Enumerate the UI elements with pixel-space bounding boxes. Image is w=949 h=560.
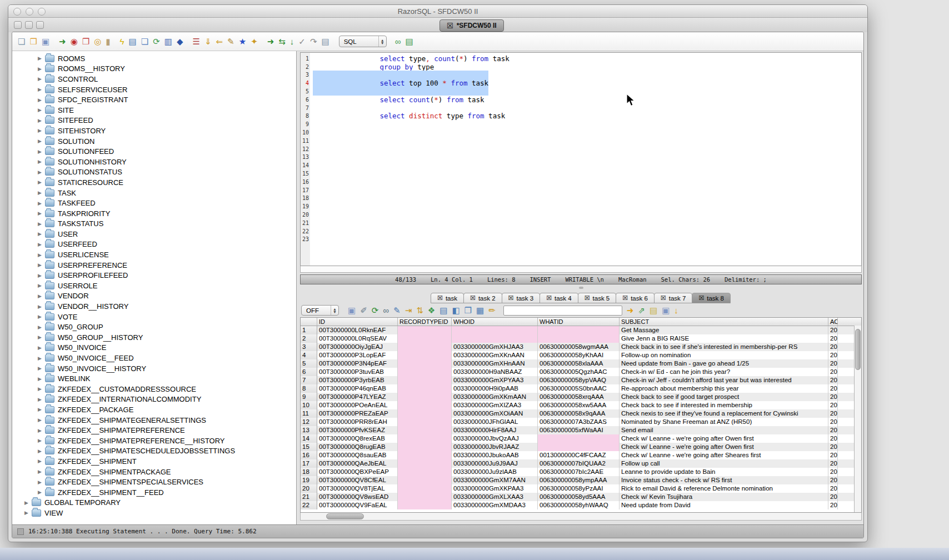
recordtypeid-cell[interactable] <box>398 443 452 451</box>
new-file-icon[interactable]: ❏ <box>18 37 25 46</box>
expand-arrow-icon[interactable]: ▶ <box>38 169 45 175</box>
ac-cell[interactable]: 200 <box>828 401 838 409</box>
fetch-more-icon[interactable]: ↓ <box>674 306 678 314</box>
expand-arrow-icon[interactable]: ▶ <box>38 428 45 433</box>
result-tab[interactable]: ☒ task 3 <box>502 293 541 303</box>
ac-cell[interactable]: 200 <box>828 409 838 418</box>
database-tree[interactable]: ▶ ROOMS ▶ ROOMS__HISTORY ▶ SCONTROL ▶ <box>12 51 297 524</box>
sort-icon[interactable]: ⇅ <box>416 306 423 314</box>
whoid-cell[interactable]: 0033000000GmXPYAA3 <box>452 376 538 384</box>
expand-arrow-icon[interactable]: ▶ <box>38 479 45 485</box>
row-number-cell[interactable]: 14 <box>301 434 317 443</box>
whatid-cell[interactable] <box>538 334 620 343</box>
tree-item[interactable]: ▶ SOLUTIONSTATUS <box>12 167 296 178</box>
title-bar[interactable]: RazorSQL - SFDCW50 II <box>8 5 867 18</box>
row-number-cell[interactable]: 12 <box>301 418 317 426</box>
expand-arrow-icon[interactable]: ▶ <box>38 469 45 474</box>
document-tab[interactable]: ☒ *SFDCW50 II <box>439 19 504 32</box>
whoid-cell[interactable]: 0033000000GmXKPAA3 <box>452 484 538 493</box>
tree-item[interactable]: ▶ TASKFEED <box>12 198 296 208</box>
tree-item[interactable]: ▶ USERROLE <box>12 281 296 291</box>
results-search-input[interactable] <box>503 306 622 316</box>
tree-item[interactable]: ▶ W50_GROUP <box>12 322 296 332</box>
tree-item[interactable]: ▶ ZKFEDEX__SHIPMATESCHEDULEDJOBSSETTINGS <box>12 446 296 457</box>
recordtypeid-cell[interactable] <box>398 409 452 418</box>
expand-arrow-icon[interactable]: ▶ <box>38 376 45 382</box>
column-header-whatid[interactable]: WHATID <box>538 318 620 326</box>
tree-item[interactable]: ▶ SELFSERVICEUSER <box>12 84 296 95</box>
row-number-cell[interactable]: 17 <box>301 459 317 468</box>
expand-arrow-icon[interactable]: ▶ <box>38 118 45 123</box>
id-cell[interactable]: 00T3000000L0RknEAF <box>317 326 398 334</box>
id-cell[interactable]: 00T3000000OiyJgEAJ <box>317 343 398 351</box>
recordtypeid-cell[interactable] <box>398 326 452 334</box>
rollback-icon[interactable]: ↷ <box>310 37 317 46</box>
subject-cell[interactable]: Check back in to see if she's interested… <box>620 343 828 351</box>
execute-forward-icon[interactable]: ➜ <box>267 37 274 46</box>
row-number-cell[interactable]: 19 <box>301 476 317 484</box>
row-number-cell[interactable]: 4 <box>301 351 317 359</box>
new-connection-icon[interactable]: ◎ <box>94 37 101 46</box>
refresh-grid-icon[interactable]: ❖ <box>428 306 435 314</box>
tree-item[interactable]: ▶ USER <box>12 229 296 239</box>
tree-item[interactable]: ▶ W50_INVOICE__FEED <box>12 353 296 363</box>
ac-cell[interactable]: 200 <box>828 459 838 468</box>
whatid-cell[interactable]: 0013000000C4fFCAAZ <box>538 451 620 459</box>
export-results-icon[interactable]: ⇗ <box>638 306 645 314</box>
tree-item[interactable]: ▶ WEBLINK <box>12 373 296 384</box>
subject-cell[interactable]: Invoice status check - check w/ RS first <box>620 476 828 484</box>
splitter-handle[interactable] <box>300 284 862 292</box>
expand-arrow-icon[interactable]: ▶ <box>38 128 45 133</box>
tree-item[interactable]: ▶ ZKFEDEX__SHIPMENT <box>12 456 296 467</box>
row-number-cell[interactable]: 13 <box>301 426 317 434</box>
new-editor-icon[interactable]: ▤ <box>322 37 329 46</box>
column-header[interactable] <box>301 318 317 326</box>
expand-arrow-icon[interactable]: ▶ <box>38 231 45 237</box>
id-cell[interactable]: 00T3000000PREZaEAP <box>317 409 398 418</box>
ac-cell[interactable]: 200 <box>828 451 838 459</box>
sql-editor[interactable]: 1 select type, count(*) from task 2 grou… <box>300 52 862 266</box>
row-number-cell[interactable]: 8 <box>301 384 317 393</box>
row-number-cell[interactable]: 9 <box>301 393 317 401</box>
whoid-cell[interactable]: 0033000000H9aNBAAZ <box>452 368 538 376</box>
expand-arrow-icon[interactable]: ▶ <box>38 107 45 113</box>
recordtypeid-cell[interactable] <box>398 343 452 351</box>
subject-cell[interactable]: Nominated by Shane Freeman at ANZ (HR50) <box>620 418 828 426</box>
zoom-window-icon[interactable] <box>38 8 46 16</box>
whatid-cell[interactable]: 006300000058ypVAAQ <box>538 376 620 384</box>
recordtypeid-cell[interactable] <box>398 459 452 468</box>
ac-cell[interactable]: 200 <box>828 326 838 334</box>
bookmarks-icon[interactable]: ◆ <box>177 37 183 46</box>
row-number-cell[interactable]: 20 <box>301 484 317 493</box>
table-hscrollbar[interactable] <box>300 513 862 521</box>
tree-item[interactable]: ▶ SITEHISTORY <box>12 126 296 136</box>
id-cell[interactable]: 00T3000000P3yrbEAB <box>317 376 398 384</box>
subject-cell[interactable]: Check w/ Kevin Tsujihara <box>620 493 828 501</box>
tree-item[interactable]: ▶ USERFEED <box>12 239 296 250</box>
ac-cell[interactable]: 200 <box>828 493 838 501</box>
id-cell[interactable]: 00T3000000QV9FaEAL <box>317 501 398 509</box>
expand-arrow-icon[interactable]: ▶ <box>38 159 45 164</box>
export-data-icon[interactable]: ⇓ <box>204 37 212 46</box>
expand-arrow-icon[interactable]: ▶ <box>38 324 45 330</box>
expand-arrow-icon[interactable]: ▶ <box>38 76 45 82</box>
recordtypeid-cell[interactable] <box>398 426 452 434</box>
expand-arrow-icon[interactable]: ▶ <box>38 242 45 247</box>
row-number-cell[interactable]: 15 <box>301 443 317 451</box>
expand-arrow-icon[interactable]: ▶ <box>38 417 45 423</box>
tree-item[interactable]: ▶ VIEW <box>12 508 296 518</box>
expand-arrow-icon[interactable]: ▶ <box>38 221 45 227</box>
tree-item[interactable]: ▶ W50_INVOICE <box>12 343 296 353</box>
edit-row-icon[interactable]: ✎ <box>393 306 401 314</box>
id-cell[interactable]: 00T3000000P3tuvEAB <box>317 368 398 376</box>
save-icon[interactable]: ▣ <box>42 37 49 46</box>
sql-history-icon[interactable]: ▥ <box>164 37 172 46</box>
expand-arrow-icon[interactable]: ▶ <box>38 138 45 144</box>
expand-arrow-icon[interactable]: ▶ <box>38 356 45 361</box>
vscrollbar-thumb[interactable] <box>855 329 861 370</box>
expand-arrow-icon[interactable]: ▶ <box>38 190 45 196</box>
close-tab-icon[interactable]: ☒ <box>585 294 590 302</box>
id-cell[interactable]: 00T3000000QBXPeEAP <box>317 468 398 476</box>
subject-cell[interactable]: Follow-up on nomination <box>620 351 828 359</box>
row-number-cell[interactable]: 2 <box>301 334 317 343</box>
